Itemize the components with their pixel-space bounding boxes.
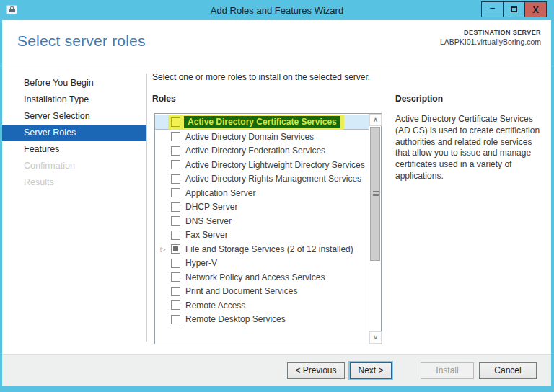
sidebar-item-server-selection[interactable]: Server Selection [2,108,146,125]
role-label: Hyper-V [185,258,217,268]
wizard-window: Add Roles and Features Wizard – X Select… [0,0,554,392]
sidebar-item-confirmation: Confirmation [2,158,146,174]
close-button[interactable]: X [524,1,547,17]
role-row[interactable]: Remote Access [155,298,369,313]
role-checkbox[interactable] [171,272,180,282]
expander-icon[interactable]: ▷ [155,246,171,253]
role-row[interactable]: Network Policy and Access Services [155,270,369,285]
next-button[interactable]: Next > [350,362,392,379]
description-text: Active Directory Certificate Services (A… [395,114,547,182]
role-row[interactable]: Active Directory Rights Management Servi… [155,172,369,187]
minimize-icon: – [490,2,495,13]
role-row[interactable]: Fax Server [155,228,369,243]
page-title: Select server roles [17,32,146,50]
window-title: Add Roles and Features Wizard [0,5,554,16]
server-manager-icon [6,4,19,15]
role-row[interactable]: Print and Document Services [155,285,369,299]
footer-button-bar: < Previous Next > Install Cancel [2,355,551,386]
role-checkbox[interactable] [171,259,180,268]
maximize-button[interactable] [503,1,525,17]
role-label: Print and Document Services [185,286,297,296]
role-row[interactable]: Hyper-V [155,257,369,271]
role-label: Active Directory Rights Management Servi… [185,174,361,184]
role-label: Remote Desktop Services [185,314,286,324]
role-row[interactable]: ▷File and Storage Services (2 of 12 inst… [155,242,369,257]
roles-scrollbar[interactable]: ∧ ∨ [369,114,381,344]
roles-rows: Active Directory Certificate ServicesAct… [155,115,369,326]
role-label: DNS Server [185,216,232,226]
close-icon: X [532,4,539,15]
role-label: Active Directory Certificate Services [184,116,340,128]
role-label: Fax Server [185,230,228,240]
scroll-down-button[interactable]: ∨ [369,331,382,344]
window-bottom-border [0,386,554,392]
sidebar-item-installation-type[interactable]: Installation Type [2,92,146,108]
role-row[interactable]: Active Directory Certificate Services [155,115,369,130]
destination-server-name: LABPKI01.virtuallyBoring.com [440,37,541,46]
role-checkbox[interactable] [171,160,180,169]
scroll-up-button[interactable]: ∧ [369,114,382,126]
role-label: Active Directory Federation Services [185,146,325,156]
description-panel: Description Active Directory Certificate… [395,94,547,182]
role-label: File and Storage Services (2 of 12 insta… [185,244,353,254]
sidebar-divider [146,74,147,342]
wizard-steps-sidebar: Before You BeginInstallation TypeServer … [2,75,146,191]
role-checkbox[interactable] [171,202,180,212]
role-label: Active Directory Lightweight Directory S… [185,160,365,170]
description-title: Description [395,94,547,104]
destination-server-label: DESTINATION SERVER [440,29,541,36]
role-checkbox[interactable] [171,216,180,226]
roles-list-label: Roles [152,94,176,104]
destination-server-block: DESTINATION SERVER LABPKI01.virtuallyBor… [440,29,541,46]
role-label: Active Directory Domain Services [185,132,314,142]
role-row[interactable]: Application Server [155,186,369,200]
highlight-annotation: Active Directory Certificate Services [168,115,344,130]
maximize-icon [511,6,517,12]
window-controls: – X [482,1,547,17]
role-row[interactable]: Active Directory Domain Services [155,130,369,144]
role-label: Remote Access [185,300,245,311]
titlebar[interactable]: Add Roles and Features Wizard – X [0,0,554,20]
role-checkbox[interactable] [171,146,180,156]
role-checkbox[interactable] [171,188,180,197]
role-row[interactable]: Active Directory Federation Services [155,144,369,159]
role-checkbox[interactable] [171,244,180,254]
role-row[interactable]: DNS Server [155,214,369,228]
role-checkbox[interactable] [171,231,180,240]
role-checkbox[interactable] [171,315,180,324]
role-checkbox[interactable] [171,300,180,310]
install-button: Install [421,362,474,379]
instruction-text: Select one or more roles to install on t… [152,72,370,82]
sidebar-item-features[interactable]: Features [2,141,146,158]
sidebar-item-server-roles[interactable]: Server Roles [2,125,146,141]
wizard-content: Before You BeginInstallation TypeServer … [2,66,551,354]
role-row[interactable]: Active Directory Lightweight Directory S… [155,158,369,172]
wizard-header: Select server roles DESTINATION SERVER L… [2,20,551,66]
roles-listbox: Active Directory Certificate ServicesAct… [154,113,382,344]
cancel-button[interactable]: Cancel [479,362,537,379]
minimize-button[interactable]: – [481,1,504,17]
role-checkbox[interactable] [171,287,180,296]
role-checkbox[interactable] [171,117,180,127]
previous-button[interactable]: < Previous [287,362,345,379]
role-label: Network Policy and Access Services [185,272,325,282]
scroll-thumb[interactable] [370,127,380,261]
sidebar-item-before-you-begin[interactable]: Before You Begin [2,75,146,92]
role-row[interactable]: Remote Desktop Services [155,313,369,327]
scroll-grip-icon [373,191,379,196]
sidebar-item-results: Results [2,174,146,191]
role-checkbox[interactable] [171,174,180,184]
role-label: DHCP Server [185,202,237,212]
role-row[interactable]: DHCP Server [155,200,369,215]
role-checkbox[interactable] [171,132,180,141]
role-label: Application Server [185,188,255,198]
